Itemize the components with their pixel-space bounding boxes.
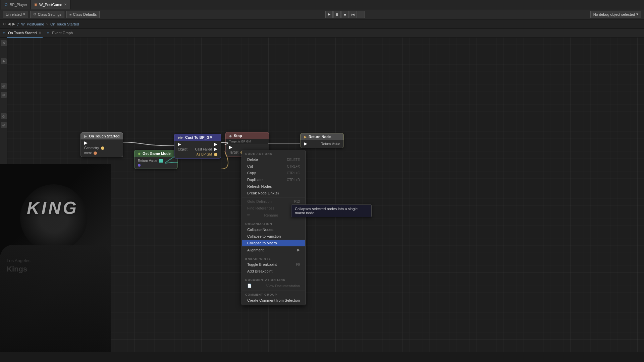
status-bar [0, 352, 644, 362]
cm-goto-def: Goto Definition F12 [242, 198, 305, 205]
cast-asbpgm-row: As BP GM [178, 153, 217, 156]
extra-pin [138, 164, 141, 167]
cm-divider-1 [242, 197, 305, 197]
pause-button[interactable]: ⏸ [333, 11, 341, 18]
breadcrumb-current[interactable]: On Touch Started [50, 22, 79, 26]
cm-divider-5 [242, 291, 305, 291]
tab-w-postgame[interactable]: ▣ W_PostGame ✕ [31, 0, 70, 9]
function-icon: ƒ [17, 22, 19, 26]
cm-duplicate[interactable]: Duplicate CTRL+D [242, 176, 305, 183]
unrelated-button[interactable]: Unrelated ▾ [3, 11, 28, 18]
tab-bp-player[interactable]: ⬡ BP_Player [1, 0, 31, 9]
cm-section-org-label: ORGANIZATION [242, 222, 305, 226]
stop-exec-in [229, 146, 265, 149]
cm-collapse-func-label: Collapse to Function [247, 234, 281, 238]
cm-break-links[interactable]: Break Node Link(s) [242, 190, 305, 196]
cm-section-actions-label: NODE ACTIONS [242, 152, 305, 156]
main-canvas-area: ⚙ ⊕ ◎ ◎ ◎ ◎ KING Los Angeles Kings ▶ [0, 38, 644, 352]
on-touch-tab-icon: ⊙ [3, 31, 5, 35]
close-icon[interactable]: ✕ [64, 3, 67, 6]
tab-event-graph[interactable]: Event Graph [51, 29, 74, 38]
class-settings-button[interactable]: ⚙ Class Settings [30, 11, 64, 18]
as-bp-gm-label: As BP GM [197, 153, 212, 156]
cm-collapse-nodes[interactable]: Collapse Nodes [242, 226, 305, 233]
cast-object-row: Object Cast Failed [178, 147, 217, 151]
cm-view-docs: 📄 View Documentation [242, 282, 305, 289]
side-icon-4[interactable]: ◎ [1, 92, 7, 98]
nav-forward-icon[interactable]: ▶ [12, 22, 15, 26]
toolbar: Unrelated ▾ ⚙ Class Settings ≡ Class Def… [0, 9, 644, 19]
cm-divider-4 [242, 276, 305, 276]
stop-exec-pin [229, 146, 232, 149]
cm-cut-shortcut: CTRL+X [287, 165, 300, 168]
cm-collapse-macro[interactable]: Collapse to Macro [242, 240, 305, 246]
cm-create-comment-label: Create Comment from Selection [247, 298, 300, 302]
step-button[interactable]: ⏭ [350, 11, 357, 18]
cm-section-docs: DOCUMENTATION LINK 📄 View Documentation [242, 277, 305, 290]
node-return[interactable]: ▶ Return Node Return Value [300, 133, 344, 148]
chevron-down-icon: ▾ [23, 12, 25, 16]
node-on-touch-started[interactable]: ▶ On Touch Started Geometry ment [80, 132, 123, 157]
side-icon-1[interactable]: ⚙ [1, 40, 7, 46]
node-touch-icon: ▶ [84, 134, 87, 138]
cm-section-bp-label: BREAKPOINTS [242, 256, 305, 261]
class-settings-label: Class Settings [38, 12, 61, 16]
cm-delete-label: Delete [247, 158, 258, 162]
cm-collapse-function[interactable]: Collapse to Function [242, 233, 305, 240]
stop-button[interactable]: ■ [341, 11, 349, 18]
gear-icon: ⚙ [33, 12, 37, 16]
tab-bar: ⬡ BP_Player ▣ W_PostGame ✕ [0, 0, 644, 9]
cm-delete[interactable]: Delete DELETE [242, 156, 305, 163]
tab-w-postgame-icon: ▣ [34, 3, 37, 6]
return-pin [159, 159, 163, 163]
cm-add-breakpoint[interactable]: Add Breakpoint [242, 268, 305, 275]
cm-refresh-nodes[interactable]: Refresh Nodes [242, 183, 305, 190]
node-cast-to-bp-gm[interactable]: ▶▶ Cast To BP_GM Object Cast Failed As B… [174, 134, 221, 159]
cm-create-comment[interactable]: Create Comment from Selection [242, 297, 305, 304]
debug-selector[interactable]: No debug object selected ▾ [590, 11, 641, 18]
loc-label: ment [84, 151, 92, 155]
side-icon-2[interactable]: ⊕ [1, 58, 7, 64]
tab-on-touch-label: On Touch Started [8, 31, 37, 35]
cm-divider-2 [242, 220, 305, 220]
geometry-label: Geometry [84, 146, 99, 150]
breadcrumb-root[interactable]: W_PostGame [21, 22, 44, 26]
tab-event-graph-label: Event Graph [52, 31, 73, 35]
pin-location-row: ment [84, 151, 119, 155]
cm-duplicate-shortcut: CTRL+D [287, 178, 300, 182]
kings-text: Kings [7, 265, 27, 274]
play-button[interactable]: ▶ [325, 11, 333, 18]
nav-back-icon[interactable]: ◀ [8, 22, 10, 26]
tooltip-collapse-macro: Collapses selected nodes into a single m… [291, 204, 372, 217]
cast-exec-in-pin [178, 143, 181, 146]
cm-cut-label: Cut [247, 164, 253, 168]
event-graph-icon: ⊙ [47, 31, 49, 35]
cm-section-org: ORGANIZATION Collapse Nodes Collapse to … [242, 221, 305, 254]
cm-goto-shortcut: F12 [294, 200, 300, 203]
cm-cut[interactable]: Cut CTRL+X [242, 163, 305, 170]
node-get-game-mode[interactable]: ◈ Get Game Mode Return Value [134, 150, 178, 169]
cm-findrefs-label: Find References [247, 206, 274, 210]
tab-on-touch-started[interactable]: On Touch Started ✕ [7, 29, 43, 38]
breadcrumb-bar: ⊙ ◀ ▶ ƒ W_PostGame > On Touch Started [0, 19, 644, 29]
breadcrumb-home-icon: ⊙ [3, 22, 6, 26]
tab-close-icon[interactable]: ✕ [39, 31, 41, 35]
stop-subtitle: Target is BP GM [225, 139, 269, 144]
cm-alignment[interactable]: Alignment ▶ [242, 246, 305, 253]
tab-w-postgame-label: W_PostGame [39, 3, 62, 7]
side-icon-6[interactable]: ◎ [1, 122, 7, 128]
side-icon-5[interactable]: ◎ [1, 113, 7, 119]
extra-pin-row [138, 164, 174, 167]
node-touch-title: On Touch Started [89, 134, 119, 138]
cm-copy[interactable]: Copy CTRL+C [242, 170, 305, 176]
extra-button[interactable]: ⋯ [358, 11, 365, 18]
class-defaults-button[interactable]: ≡ Class Defaults [66, 11, 100, 18]
return-exec-in: Return Value [304, 142, 340, 146]
side-icon-3[interactable]: ◎ [1, 83, 7, 89]
return-exec-pin [304, 142, 307, 146]
cast-exec-in [178, 143, 217, 146]
cm-toggle-breakpoint[interactable]: Toggle Breakpoint F9 [242, 261, 305, 268]
stop-title: Stop [234, 134, 242, 138]
stop-diamond: ◆ [229, 134, 232, 138]
cast-double-arrow: ▶▶ [178, 136, 183, 139]
